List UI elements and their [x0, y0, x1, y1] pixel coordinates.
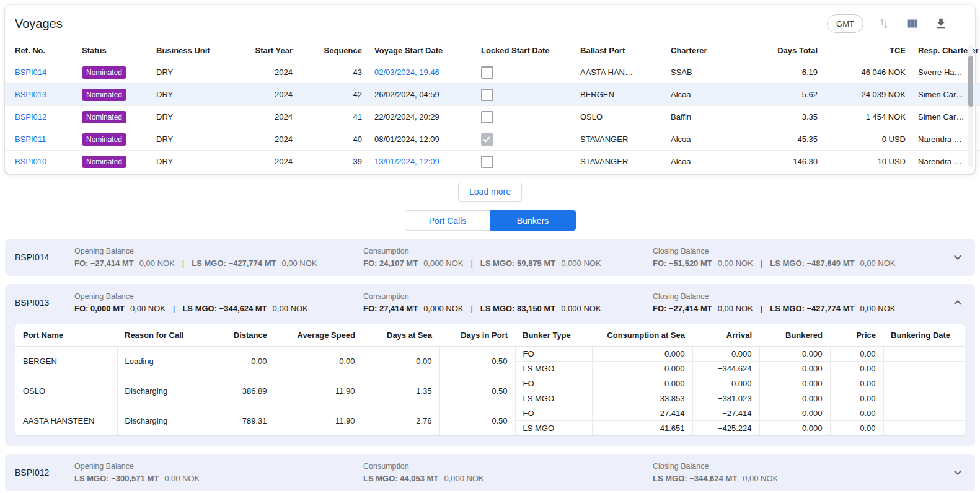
- locked-start-date-checkbox[interactable]: [481, 111, 493, 123]
- voyage-row-BSPI012[interactable]: BSPI012NominatedDRY20244122/02/2024, 20:…: [5, 106, 980, 128]
- voyage-ref-link[interactable]: BSPI013: [15, 90, 46, 99]
- locked-start-date-checkbox[interactable]: [481, 66, 493, 79]
- download-icon[interactable]: [933, 16, 949, 32]
- business-unit-cell: DRY: [150, 151, 238, 173]
- column-header-start-year[interactable]: Start Year: [238, 40, 299, 61]
- scrollbar-thumb[interactable]: [968, 56, 973, 107]
- consumption-at-sea-cell: 0.000: [592, 347, 692, 362]
- distance-cell: 386.89: [208, 376, 275, 406]
- voyage-ref-link[interactable]: BSPI010: [15, 157, 46, 166]
- price-cell: 0.00: [830, 376, 883, 391]
- fuel-quantity: FO: 0,000 MT: [74, 304, 125, 313]
- page-title: Voyages: [15, 17, 63, 31]
- sequence-cell: 40: [299, 128, 368, 151]
- columns-icon[interactable]: [904, 16, 920, 32]
- fuel-quantity: FO: 24,107 MT: [363, 259, 418, 268]
- detail-column-header-arrival: Arrival: [692, 324, 759, 347]
- start-year-cell: 2024: [238, 151, 299, 173]
- sequence-cell: 43: [299, 61, 368, 84]
- bunker-sections: BSPI014Opening BalanceFO: −27,414 MT0,00…: [5, 239, 975, 491]
- voyage-start-date-link[interactable]: 13/01/2024, 12:09: [374, 157, 439, 166]
- balance-group-opening-balance: Opening BalanceFO: −27,414 MT0,00 NOK|LS…: [74, 246, 363, 269]
- voyages-table: Ref. No.StatusBusiness UnitStart YearSeq…: [5, 40, 980, 172]
- detail-column-header-reason-for-call: Reason for Call: [117, 324, 208, 347]
- detail-column-header-bunkering-date: Bunkering Date: [883, 324, 965, 347]
- bunkering-date-cell: [883, 421, 965, 436]
- average-speed-cell: 11.90: [275, 406, 363, 436]
- tce-cell: 24 039 NOK: [824, 84, 912, 106]
- detail-column-header-bunkered: Bunkered: [759, 324, 830, 347]
- bunker-section-header[interactable]: BSPI014Opening BalanceFO: −27,414 MT0,00…: [15, 244, 965, 271]
- consumption-at-sea-cell: 41.651: [592, 421, 692, 436]
- column-header-days-total[interactable]: Days Total: [746, 40, 824, 61]
- balance-group-consumption: ConsumptionFO: 24,107 MT0,000 NOK|LS MGO…: [363, 246, 653, 269]
- voyage-row-BSPI014[interactable]: BSPI014NominatedDRY20244302/03/2024, 19:…: [5, 61, 980, 84]
- bunkered-cell: 0.000: [759, 421, 830, 436]
- voyages-card: Voyages GMT Ref. No.StatusBusiness UnitS…: [5, 5, 975, 174]
- locked-start-date-checkbox[interactable]: [481, 89, 493, 101]
- voyage-row-BSPI013[interactable]: BSPI013NominatedDRY20244226/02/2024, 04:…: [5, 84, 980, 106]
- timezone-button[interactable]: GMT: [827, 14, 863, 33]
- fuel-amount: 0,000 NOK: [444, 474, 483, 483]
- column-header-tce[interactable]: TCE: [824, 40, 912, 61]
- fuel-quantity: LS MGO: −427,774 MT: [770, 304, 854, 313]
- consumption-at-sea-cell: 0.000: [592, 362, 692, 376]
- column-header-business-unit[interactable]: Business Unit: [150, 40, 238, 61]
- voyage-start-date-link[interactable]: 02/03/2024, 19:46: [374, 68, 439, 77]
- load-more-button[interactable]: Load more: [458, 182, 522, 202]
- chevron-down-icon[interactable]: [950, 250, 965, 265]
- bunker-section-ref: BSPI014: [15, 252, 74, 262]
- voyage-ref-link[interactable]: BSPI011: [15, 135, 46, 144]
- fuel-quantity: LS MGO: −344,624 MT: [182, 304, 267, 313]
- detail-column-header-days-at-sea: Days at Sea: [363, 324, 439, 347]
- fuel-quantity: FO: −27,414 MT: [653, 304, 712, 313]
- consumption-at-sea-cell: 27.414: [592, 406, 692, 421]
- voyage-start-date-cell: 02/03/2024, 19:46: [368, 61, 475, 84]
- locked-start-date-checkbox[interactable]: [481, 133, 493, 146]
- ballast-port-cell: AASTA HAN…: [574, 61, 664, 84]
- bunker-section-BSPI014: BSPI014Opening BalanceFO: −27,414 MT0,00…: [5, 239, 975, 276]
- voyage-ref-link[interactable]: BSPI014: [15, 68, 46, 77]
- vertical-scrollbar[interactable]: [968, 45, 973, 167]
- voyage-start-date-cell: 13/01/2024, 12:09: [368, 151, 475, 173]
- days-in-port-cell: 0.50: [439, 406, 515, 436]
- fuel-amount: 0,00 NOK: [130, 304, 166, 313]
- tab-bunkers[interactable]: Bunkers: [490, 210, 576, 231]
- column-header-voyage-start-date[interactable]: Voyage Start Date: [368, 40, 475, 61]
- balance-group-opening-balance: Opening BalanceFO: 0,000 MT0,00 NOK|LS M…: [74, 291, 363, 314]
- bunkering-date-cell: [883, 347, 965, 362]
- chevron-up-icon[interactable]: [950, 295, 965, 310]
- bunkering-date-cell: [883, 406, 965, 421]
- bunkering-date-cell: [883, 362, 965, 376]
- bunker-section-header[interactable]: BSPI012Opening BalanceLS MGO: −300,571 M…: [15, 459, 965, 486]
- detail-column-header-port-name: Port Name: [15, 324, 117, 347]
- voyage-row-BSPI010[interactable]: BSPI010NominatedDRY20243913/01/2024, 12:…: [5, 151, 980, 173]
- sequence-cell: 42: [299, 84, 368, 106]
- voyage-ref-link[interactable]: BSPI012: [15, 112, 46, 122]
- business-unit-cell: DRY: [150, 84, 238, 106]
- fuel-amount: 0,00 NOK: [743, 474, 778, 483]
- column-header-status[interactable]: Status: [76, 40, 150, 61]
- column-header-charterer[interactable]: Charterer: [664, 40, 746, 61]
- sort-icon[interactable]: [876, 16, 892, 32]
- voyage-row-BSPI011[interactable]: BSPI011NominatedDRY20244008/01/2024, 12:…: [5, 128, 980, 151]
- separator: |: [761, 304, 762, 313]
- voyages-table-header-row: Ref. No.StatusBusiness UnitStart YearSeq…: [5, 40, 980, 61]
- balance-group-values: LS MGO: −344,624 MT0,00 NOK: [653, 474, 949, 483]
- chevron-down-icon[interactable]: [950, 465, 965, 480]
- tab-port-calls[interactable]: Port Calls: [405, 210, 490, 231]
- detail-column-header-distance: Distance: [208, 324, 275, 347]
- column-header-sequence[interactable]: Sequence: [299, 40, 368, 61]
- bunker-type-cell: LS MGO: [515, 421, 592, 436]
- fuel-amount: 0,00 NOK: [860, 259, 895, 268]
- balance-group-values: FO: 27,414 MT0,000 NOK|LS MGO: 83,150 MT…: [363, 304, 653, 313]
- bunker-section-header[interactable]: BSPI013Opening BalanceFO: 0,000 MT0,00 N…: [15, 289, 965, 316]
- locked-start-date-checkbox[interactable]: [481, 156, 493, 168]
- column-header-ref-no[interactable]: Ref. No.: [5, 40, 76, 61]
- balance-group-consumption: ConsumptionLS MGO: 44,053 MT0,000 NOK: [363, 461, 653, 484]
- column-header-locked-start-date[interactable]: Locked Start Date: [475, 40, 574, 61]
- charterer-cell: Alcoa: [664, 151, 746, 173]
- column-header-ballast-port[interactable]: Ballast Port: [574, 40, 664, 61]
- fuel-quantity: LS MGO: −427,774 MT: [192, 259, 276, 268]
- balance-group-values: LS MGO: −300,571 MT0,00 NOK: [74, 474, 363, 483]
